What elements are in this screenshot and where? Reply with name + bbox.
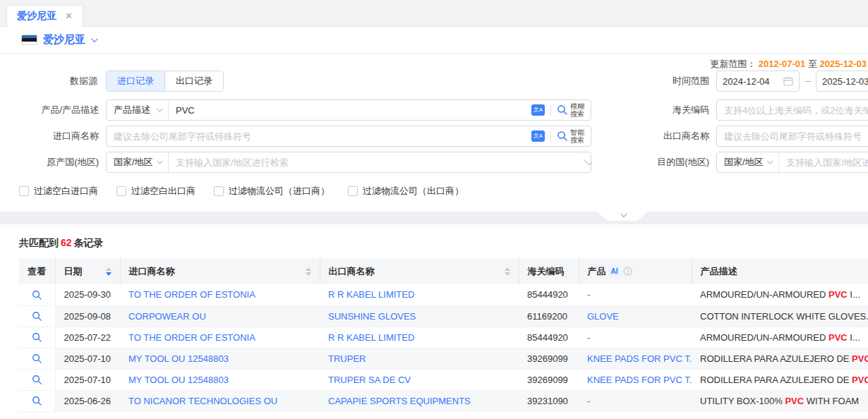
importer-link[interactable]: TO THE ORDER OF ESTONIA: [120, 327, 320, 348]
update-range-end: 2025-12-03: [820, 59, 867, 69]
origin-type-select[interactable]: 国家/地区: [107, 152, 169, 172]
view-detail-button[interactable]: [32, 396, 42, 406]
hs-code-cell: 85444920: [519, 327, 579, 348]
data-source-toggle: 进口记录 出口记录: [106, 71, 224, 92]
table-row: 2025-09-30 TO THE ORDER OF ESTONIA R R K…: [19, 284, 868, 305]
chevron-down-icon[interactable]: [584, 157, 592, 166]
view-cell: [19, 305, 55, 327]
view-cell: [19, 390, 55, 411]
exporter-link[interactable]: SUNSHINE GLOVES: [320, 305, 519, 327]
results-summary: 共匹配到62条记录: [0, 224, 868, 250]
destination-field-group: 国家/地区: [716, 152, 868, 173]
view-cell: [19, 369, 55, 390]
import-records-toggle[interactable]: 进口记录: [107, 71, 164, 91]
update-range: 更新范围： 2012-07-01 至 2025-12-03: [710, 58, 867, 71]
search-icon: [557, 104, 568, 116]
importer-label: 进口商名称: [0, 126, 99, 147]
product-cell[interactable]: KNEE PADS FOR PVC T...: [579, 348, 692, 369]
chevron-down-icon: [157, 106, 162, 111]
header-exporter[interactable]: 出口商名称: [320, 258, 519, 284]
destination-label: 目的国(地区): [593, 152, 709, 173]
importer-link[interactable]: MY TOOL OU 12548803: [120, 369, 320, 390]
calendar-icon: [783, 76, 793, 86]
date-cell: 2025-09-08: [55, 305, 120, 327]
product-field-group: 产品描述 文A 模糊搜索: [106, 99, 591, 121]
product-cell: -: [579, 327, 692, 348]
close-icon[interactable]: ✕: [65, 11, 73, 21]
destination-type-select[interactable]: 国家/地区: [717, 152, 779, 172]
view-detail-button[interactable]: [32, 311, 42, 322]
date-end-value: 2025-12-03: [822, 76, 868, 87]
checkbox-icon[interactable]: [348, 186, 358, 196]
date-start-value: 2024-12-04: [723, 76, 779, 87]
info-icon[interactable]: [623, 267, 632, 276]
product-label: 产品/产品描述: [0, 99, 99, 121]
product-cell[interactable]: KNEE PADS FOR PVC T...: [579, 369, 692, 390]
checkbox-icon[interactable]: [214, 186, 224, 196]
view-detail-button[interactable]: [32, 290, 42, 300]
product-input[interactable]: [169, 100, 525, 120]
date-cell: 2025-07-22: [55, 327, 120, 348]
destination-input[interactable]: [779, 152, 868, 172]
exporter-link[interactable]: TRUPER SA DE CV: [320, 369, 519, 390]
exporter-input[interactable]: [716, 126, 868, 147]
origin-input[interactable]: [169, 152, 583, 172]
filter-blank-exporter[interactable]: 过滤空白出口商: [116, 185, 195, 198]
collapse-handle[interactable]: [597, 212, 648, 221]
search-icon: [32, 311, 42, 322]
smart-search-button[interactable]: 智能搜索: [557, 128, 584, 144]
importer-link[interactable]: CORPOWEAR OU: [120, 305, 320, 327]
date-end-input[interactable]: 2025-12-03: [816, 71, 868, 92]
exporter-link[interactable]: TRUPER: [320, 348, 519, 369]
importer-input[interactable]: [107, 126, 525, 146]
search-icon: [32, 332, 42, 343]
tab-estonia[interactable]: 爱沙尼亚 ✕: [6, 5, 83, 27]
checkbox-icon[interactable]: [19, 186, 29, 196]
hs-code-cell: 39231090: [519, 390, 579, 411]
importer-field-group: 文A 智能搜索: [106, 126, 591, 147]
estonia-flag-icon: [21, 35, 37, 45]
date-range-separator: –: [802, 71, 814, 92]
importer-link[interactable]: TO NICANOR TECHNOLOGIES OU: [120, 390, 320, 411]
search-icon: [32, 353, 42, 364]
view-detail-button[interactable]: [32, 375, 42, 385]
hs-code-input[interactable]: [716, 99, 868, 121]
results-tbody: 2025-09-30 TO THE ORDER OF ESTONIA R R K…: [19, 284, 868, 411]
chevron-down-icon[interactable]: [91, 35, 98, 42]
view-cell: [19, 284, 55, 305]
results-panel: 共匹配到62条记录 查看 日期: [0, 224, 868, 419]
sort-icons[interactable]: [306, 267, 311, 276]
translate-icon[interactable]: 文A: [531, 130, 545, 142]
date-cell: 2025-07-10: [55, 369, 120, 390]
checkbox-icon[interactable]: [116, 186, 126, 196]
view-detail-button[interactable]: [32, 332, 42, 343]
country-name[interactable]: 爱沙尼亚: [43, 33, 85, 47]
tab-title: 爱沙尼亚: [17, 10, 56, 23]
header-description: 产品描述: [692, 258, 868, 284]
importer-link[interactable]: MY TOOL OU 12548803: [120, 348, 320, 369]
product-type-select[interactable]: 产品描述: [107, 100, 169, 120]
view-detail-button[interactable]: [32, 353, 42, 364]
description-cell: ARMOURED/UN-ARMOURED PVC I...: [692, 284, 868, 305]
fuzzy-search-button[interactable]: 模糊搜索: [557, 102, 584, 118]
export-records-toggle[interactable]: 出口记录: [164, 71, 223, 91]
header-date[interactable]: 日期: [55, 258, 120, 284]
row-filter-checkboxes: 过滤空白进口商 过滤空白出口商 过滤物流公司（进口商） 过滤物流公司（出口商）: [19, 184, 868, 198]
sort-icons[interactable]: [106, 267, 111, 276]
description-cell: RODILLERA PARA AZULEJERO DE PVC: [692, 369, 868, 390]
header-importer[interactable]: 进口商名称: [120, 258, 320, 284]
filter-logistics-importer[interactable]: 过滤物流公司（进口商）: [214, 185, 330, 198]
translate-icon[interactable]: 文A: [531, 104, 545, 116]
exporter-link[interactable]: R R KABEL LIMITED: [320, 327, 519, 348]
product-cell[interactable]: GLOVE: [579, 305, 692, 327]
search-icon: [32, 290, 42, 300]
importer-link[interactable]: TO THE ORDER OF ESTONIA: [120, 284, 320, 305]
exporter-link[interactable]: CAPAPIE SPORTS EQUIPMENTS: [320, 390, 519, 411]
filter-logistics-exporter[interactable]: 过滤物流公司（出口商）: [348, 185, 464, 198]
results-table-wrap: 查看 日期 进口商名称: [19, 258, 868, 412]
filter-blank-importer[interactable]: 过滤空白进口商: [19, 185, 98, 198]
time-range-label: 时间范围: [593, 71, 709, 92]
sort-icons[interactable]: [505, 267, 510, 276]
date-start-input[interactable]: 2024-12-04: [716, 71, 800, 92]
exporter-link[interactable]: R R KABEL LIMITED: [320, 284, 519, 305]
